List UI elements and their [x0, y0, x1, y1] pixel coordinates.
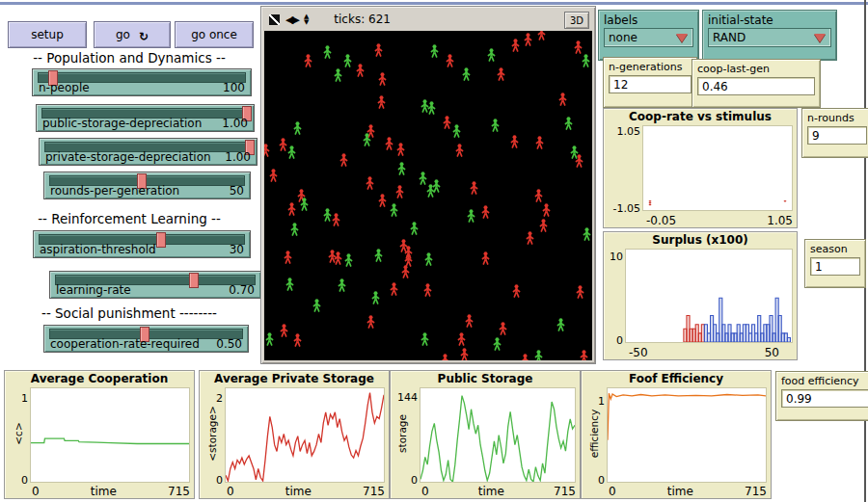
n-generations-monitor: n-generations 12: [603, 57, 697, 108]
person-agent-red: [524, 32, 532, 45]
person-agent-red: [512, 283, 521, 297]
person-agent-green: [432, 178, 441, 192]
n-rounds-monitor: n-rounds 9: [801, 108, 868, 158]
person-agent-red: [443, 115, 451, 128]
slider-label: cooperation-rate-required: [50, 337, 200, 351]
monitor-label: n-generations: [609, 61, 692, 73]
vertical-resize-icon[interactable]: ▲▼: [304, 13, 309, 25]
labels-chooser[interactable]: labels none: [598, 10, 699, 61]
y-axis-label: storage: [396, 414, 408, 453]
person-agent-red: [356, 63, 365, 76]
person-agent-green: [583, 226, 591, 240]
slider-label: public-storage-depreciation: [42, 117, 202, 130]
person-agent-red: [446, 53, 454, 66]
x-axis-label: time: [667, 485, 693, 498]
person-agent-red: [284, 250, 292, 263]
dropdown-arrow-icon: [676, 34, 688, 42]
initial-state-chooser-dropdown[interactable]: RAND: [708, 28, 831, 47]
section-social-punishment: -- Social punishment --------: [0, 305, 258, 321]
plot-area: [225, 387, 385, 483]
person-agent-red: [558, 92, 567, 105]
person-agent-red: [455, 143, 464, 156]
person-agent-green: [338, 277, 346, 291]
slider-value: 100: [223, 81, 245, 94]
y-axis: 1 0 <c>: [5, 387, 30, 483]
person-agent-red: [539, 218, 548, 231]
slider-value: 1.00: [222, 117, 248, 130]
person-agent-red: [499, 321, 507, 334]
public-storage-depreciation-slider[interactable]: public-storage-depreciation1.00: [36, 104, 255, 132]
aspiration-threshold-slider[interactable]: aspiration-threshold30: [33, 230, 251, 258]
x-axis: -50 50: [604, 344, 793, 359]
person-agent-green: [556, 317, 565, 330]
person-agent-red: [526, 230, 534, 244]
slider-value: 30: [230, 243, 244, 256]
person-agent-green: [323, 207, 332, 221]
cooperation-rate-required-slider[interactable]: cooperation-rate-required0.50: [43, 325, 249, 353]
plot-title: Foof Efficiency: [582, 371, 771, 387]
person-agent-green: [467, 208, 475, 222]
chooser-label: initial-state: [708, 13, 831, 27]
average-cooperation-plot: Average Cooperation 1 0 <c> 0 time 715: [4, 370, 195, 499]
dropdown-arrow-icon: [814, 34, 826, 42]
slider-value: 0.50: [216, 337, 242, 351]
person-agent-red: [575, 153, 583, 167]
person-agent-red: [510, 134, 519, 147]
plot-title: Average Private Storage: [200, 371, 389, 387]
monitor-label: season: [810, 243, 860, 255]
person-agent-red: [390, 281, 398, 295]
person-agent-green: [323, 44, 332, 58]
section-population-dynamics: -- Population and Dynamics --: [0, 50, 258, 66]
person-agent-green: [564, 116, 573, 129]
plot-title: Average Cooperation: [5, 371, 194, 387]
foof-efficiency-plot: Foof Efficiency 1 0 efficiency 0 time 71…: [581, 370, 772, 499]
person-agent-red: [460, 347, 469, 360]
chooser-label: labels: [604, 13, 693, 27]
person-agent-green: [420, 331, 429, 345]
labels-chooser-dropdown[interactable]: none: [604, 28, 693, 47]
initial-state-chooser[interactable]: initial-state RAND: [702, 10, 837, 61]
slider-label: n-people: [39, 81, 90, 94]
x-axis-label: time: [285, 485, 312, 498]
x-axis: 0 time 715: [5, 483, 190, 498]
chooser-value: RAND: [713, 31, 746, 44]
person-agent-red: [304, 53, 312, 66]
learning-rate-slider[interactable]: learning-rate0.70: [49, 271, 261, 299]
monitor-label: n-rounds: [807, 112, 867, 124]
horizontal-resize-icon[interactable]: ◀▶: [285, 13, 298, 26]
go-button[interactable]: go ↻: [94, 21, 171, 48]
private-storage-depreciation-slider[interactable]: private-storage-depreciation1.00: [39, 138, 258, 166]
y-axis-label: efficiency: [588, 410, 600, 458]
person-agent-green: [427, 100, 436, 114]
person-agent-green: [390, 202, 398, 216]
netlogo-interface: setup go ↻ go once -- Population and Dyn…: [0, 0, 868, 502]
person-agent-red: [481, 204, 490, 218]
rounds-per-generation-slider[interactable]: rounds-per-generation50: [43, 172, 251, 199]
person-agent-red: [542, 202, 551, 216]
person-agent-green: [419, 171, 427, 184]
person-agent-red: [374, 42, 383, 56]
person-agent-red: [521, 353, 529, 360]
person-agent-green: [334, 67, 342, 81]
person-agent-green: [265, 331, 274, 345]
view-3d-button[interactable]: 3D: [564, 12, 589, 29]
slider-label: aspiration-threshold: [40, 243, 156, 256]
person-agent-red: [279, 137, 287, 150]
person-agent-green: [410, 221, 419, 234]
person-agent-red: [366, 314, 375, 328]
person-agent-green: [487, 47, 496, 61]
coop-rate-vs-stimulus-plot: Coop-rate vs stimulus 1.05 -1.05 -0.05 1…: [603, 108, 798, 228]
person-agent-red: [574, 40, 583, 53]
plot-title: Public Storage: [391, 371, 580, 387]
monitor-value: 1: [810, 257, 860, 276]
person-agent-red: [378, 71, 387, 85]
average-private-storage-plot: Average Private Storage 2 0 <storage> 0 …: [199, 370, 390, 499]
y-axis-label: <storage>: [206, 406, 218, 461]
view-size-icon[interactable]: [269, 14, 280, 25]
person-agent-red: [535, 135, 544, 148]
person-agent-green: [290, 222, 299, 235]
setup-button[interactable]: setup: [8, 21, 87, 48]
n-people-slider[interactable]: n-people100: [32, 68, 252, 96]
go-once-button[interactable]: go once: [175, 21, 254, 48]
world-canvas: [264, 31, 592, 360]
